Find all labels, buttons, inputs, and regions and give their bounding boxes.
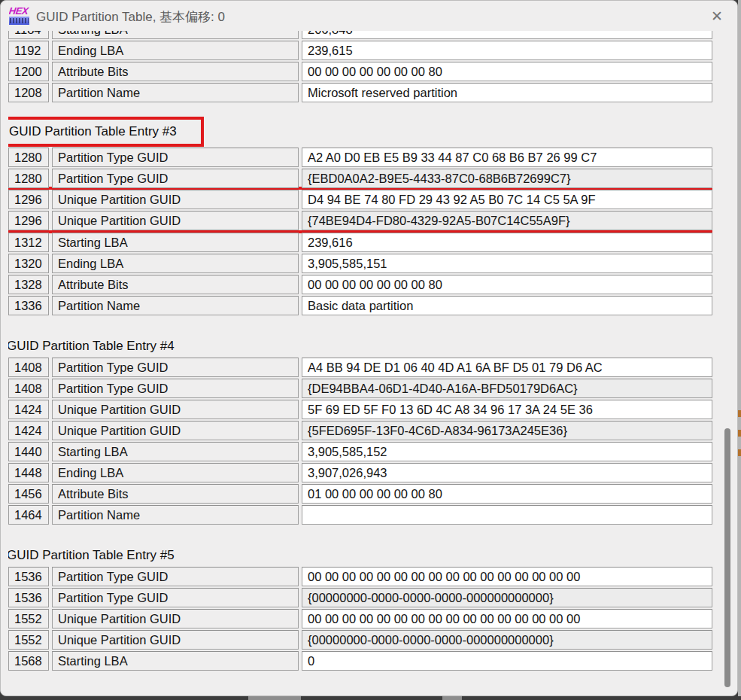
background-bottom-fragment (442, 696, 462, 700)
table-row[interactable]: 1456 Attribute Bits 01 00 00 00 00 00 00… (8, 484, 712, 504)
offset-cell: 1552 (8, 630, 49, 650)
offset-cell: 1296 (8, 190, 49, 209)
field-cell: Starting LBA (52, 442, 299, 461)
table-row[interactable]: 1424 Unique Partition GUID 5F 69 ED 5F F… (8, 400, 712, 419)
table-row[interactable]: 1408 Partition Type GUID A4 BB 94 DE D1 … (8, 358, 712, 377)
value-cell: Microsoft reserved partition (302, 83, 712, 102)
background-text-fragment (738, 449, 741, 456)
table-row[interactable]: 1464 Partition Name (8, 505, 712, 525)
field-cell: Starting LBA (52, 233, 299, 252)
vertical-scrollbar-thumb[interactable] (724, 428, 730, 687)
table-row[interactable]: 1192 Ending LBA 239,615 (8, 41, 712, 60)
value-cell: 239,616 (302, 233, 712, 252)
table-row[interactable]: 1336 Partition Name Basic data partition (8, 296, 712, 315)
offset-cell: 1536 (8, 588, 49, 607)
value-cell: A4 BB 94 DE D1 06 40 4D A1 6A BF D5 01 7… (302, 358, 712, 377)
value-cell: 00 00 00 00 00 00 00 80 (302, 275, 712, 294)
value-cell: 3,905,585,151 (302, 254, 712, 273)
offset-cell: 1408 (8, 379, 49, 398)
value-cell: 239,615 (302, 41, 712, 60)
field-cell: Starting LBA (52, 31, 299, 39)
field-cell: Ending LBA (52, 254, 299, 273)
value-cell: 01 00 00 00 00 00 00 80 (302, 484, 712, 504)
table-row[interactable]: 1552 Unique Partition GUID 00 00 00 00 0… (8, 609, 712, 628)
table-row[interactable]: 1296 Unique Partition GUID {74BE94D4-FD8… (8, 211, 712, 230)
field-cell: Starting LBA (52, 651, 299, 671)
table-sections: 1192 Ending LBA 239,615 1200 Attribute B… (8, 41, 712, 671)
value-cell: 00 00 00 00 00 00 00 80 (302, 62, 712, 81)
partition-table: 1184 Starting LBA 206,848 1192 Ending LB… (8, 31, 712, 675)
field-cell: Ending LBA (52, 41, 299, 60)
field-cell: Partition Name (52, 505, 299, 525)
offset-cell: 1440 (8, 442, 49, 461)
table-row[interactable]: 1312 Starting LBA 239,616 (8, 233, 712, 252)
offset-cell: 1552 (8, 609, 49, 628)
table-row[interactable]: 1568 Starting LBA 0 (8, 651, 712, 671)
table-row[interactable]: 1320 Ending LBA 3,905,585,151 (8, 254, 712, 273)
table-row[interactable]: 1552 Unique Partition GUID {00000000-000… (8, 630, 712, 650)
value-cell: 00 00 00 00 00 00 00 00 00 00 00 00 00 0… (302, 567, 712, 586)
table-row[interactable]: 1440 Starting LBA 3,905,585,152 (8, 442, 712, 461)
field-cell: Unique Partition GUID (52, 190, 299, 209)
field-cell: Unique Partition GUID (52, 609, 299, 628)
offset-cell: 1536 (8, 567, 49, 586)
field-cell: Partition Type GUID (52, 567, 299, 586)
offset-cell: 1456 (8, 484, 49, 504)
background-text-fragment (738, 410, 741, 417)
offset-cell: 1320 (8, 254, 49, 273)
field-cell: Partition Type GUID (52, 148, 299, 167)
hex-icon-text: HEX (9, 5, 29, 17)
section-header: GUID Partition Table Entry #5 (8, 546, 712, 565)
field-cell: Attribute Bits (52, 484, 299, 504)
value-cell (302, 505, 712, 525)
offset-cell: 1448 (8, 463, 49, 482)
value-cell: A2 A0 D0 EB E5 B9 33 44 87 C0 68 B6 B7 2… (302, 148, 712, 167)
value-cell: {00000000-0000-0000-0000-000000000000} (302, 588, 712, 607)
table-row[interactable]: 1536 Partition Type GUID 00 00 00 00 00 … (8, 567, 712, 586)
table-row[interactable]: 1280 Partition Type GUID {EBD0A0A2-B9E5-… (8, 169, 712, 188)
offset-cell: 1280 (8, 148, 49, 167)
value-cell: 3,905,585,152 (302, 442, 712, 461)
value-cell: 206,848 (302, 31, 712, 39)
field-cell: Ending LBA (52, 463, 299, 482)
table-row[interactable]: 1200 Attribute Bits 00 00 00 00 00 00 00… (8, 62, 712, 81)
table-row[interactable]: 1296 Unique Partition GUID D4 94 BE 74 8… (8, 190, 712, 209)
field-cell: Unique Partition GUID (52, 400, 299, 419)
value-cell: 3,907,026,943 (302, 463, 712, 482)
background-app-sliver (738, 0, 741, 696)
table-row-partial[interactable]: 1184 Starting LBA 206,848 (8, 31, 712, 39)
table-row[interactable]: 1408 Partition Type GUID {DE94BBA4-06D1-… (8, 379, 712, 398)
field-cell: Attribute Bits (52, 62, 299, 81)
table-row[interactable]: 1328 Attribute Bits 00 00 00 00 00 00 00… (8, 275, 712, 294)
field-cell: Unique Partition GUID (52, 421, 299, 440)
offset-cell: 1208 (8, 83, 49, 102)
offset-cell: 1184 (8, 31, 49, 39)
close-button[interactable]: ✕ (706, 6, 728, 26)
value-cell: 00 00 00 00 00 00 00 00 00 00 00 00 00 0… (302, 609, 712, 628)
value-cell: Basic data partition (302, 296, 712, 315)
table-row[interactable]: 1536 Partition Type GUID {00000000-0000-… (8, 588, 712, 607)
section-header: GUID Partition Table Entry #4 (8, 336, 712, 356)
hex-icon-bar (9, 17, 29, 25)
title-bar[interactable]: HEX GUID Partition Table, 基本偏移: 0 ✕ (1, 1, 737, 31)
field-cell: Partition Type GUID (52, 588, 299, 607)
section-header: GUID Partition Table Entry #3 (8, 117, 204, 147)
table-row[interactable]: 1280 Partition Type GUID A2 A0 D0 EB E5 … (8, 148, 712, 167)
value-cell: {00000000-0000-0000-0000-000000000000} (302, 630, 712, 650)
table-row[interactable]: 1424 Unique Partition GUID {5FED695F-13F… (8, 421, 712, 440)
table-row[interactable]: 1208 Partition Name Microsoft reserved p… (8, 83, 712, 102)
offset-cell: 1424 (8, 421, 49, 440)
value-cell: {DE94BBA4-06D1-4D40-A16A-BFD50179D6AC} (302, 379, 712, 398)
offset-cell: 1408 (8, 358, 49, 377)
background-text-fragment (738, 430, 741, 437)
value-cell: {EBD0A0A2-B9E5-4433-87C0-68B6B72699C7} (302, 169, 712, 188)
offset-cell: 1296 (8, 211, 49, 230)
value-cell: {5FED695F-13F0-4C6D-A834-96173A245E36} (302, 421, 712, 440)
field-cell: Partition Type GUID (52, 358, 299, 377)
highlight-box: 1296 Unique Partition GUID D4 94 BE 74 8… (8, 187, 712, 233)
field-cell: Partition Type GUID (52, 379, 299, 398)
hex-app-icon: HEX (9, 5, 29, 26)
field-cell: Partition Type GUID (52, 169, 299, 188)
table-row[interactable]: 1448 Ending LBA 3,907,026,943 (8, 463, 712, 482)
value-cell: D4 94 BE 74 80 FD 29 43 92 A5 B0 7C 14 C… (302, 190, 712, 209)
